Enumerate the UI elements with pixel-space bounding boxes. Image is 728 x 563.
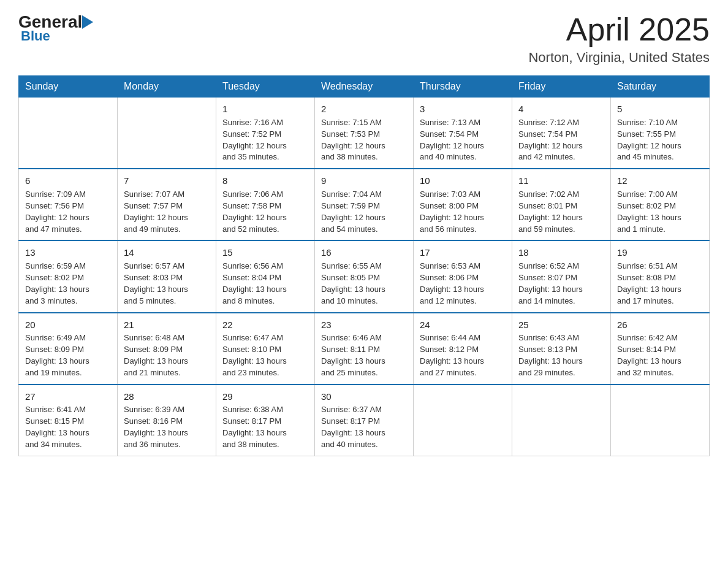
day-info: Sunrise: 7:04 AM Sunset: 7:59 PM Dayligh…: [321, 189, 407, 235]
calendar-cell: 29Sunrise: 6:38 AM Sunset: 8:17 PM Dayli…: [216, 385, 315, 456]
calendar-cell: 14Sunrise: 6:57 AM Sunset: 8:03 PM Dayli…: [118, 240, 216, 312]
calendar-cell: 8Sunrise: 7:06 AM Sunset: 7:58 PM Daylig…: [216, 169, 315, 240]
day-info: Sunrise: 7:12 AM Sunset: 7:54 PM Dayligh…: [518, 117, 604, 163]
calendar-cell: [414, 385, 512, 456]
calendar-table: SundayMondayTuesdayWednesdayThursdayFrid…: [18, 75, 710, 456]
title-area: April 2025 Norton, Virginia, United Stat…: [528, 12, 710, 66]
day-info: Sunrise: 6:47 AM Sunset: 8:10 PM Dayligh…: [222, 332, 308, 378]
header: General Blue April 2025 Norton, Virginia…: [18, 12, 710, 66]
day-info: Sunrise: 7:09 AM Sunset: 7:56 PM Dayligh…: [25, 189, 111, 235]
day-number: 11: [518, 174, 604, 188]
calendar-cell: [19, 98, 118, 169]
calendar-cell: 23Sunrise: 6:46 AM Sunset: 8:11 PM Dayli…: [315, 313, 414, 385]
day-info: Sunrise: 7:07 AM Sunset: 7:57 PM Dayligh…: [124, 189, 210, 235]
day-number: 21: [124, 318, 210, 332]
day-info: Sunrise: 6:48 AM Sunset: 8:09 PM Dayligh…: [124, 332, 210, 378]
calendar-cell: 22Sunrise: 6:47 AM Sunset: 8:10 PM Dayli…: [216, 313, 315, 385]
calendar-cell: 17Sunrise: 6:53 AM Sunset: 8:06 PM Dayli…: [414, 240, 512, 312]
location-title: Norton, Virginia, United States: [528, 50, 710, 66]
calendar-cell: 2Sunrise: 7:15 AM Sunset: 7:53 PM Daylig…: [315, 98, 414, 169]
col-header-wednesday: Wednesday: [315, 76, 414, 98]
day-number: 23: [321, 318, 407, 332]
day-info: Sunrise: 7:13 AM Sunset: 7:54 PM Dayligh…: [420, 117, 506, 163]
calendar-cell: 20Sunrise: 6:49 AM Sunset: 8:09 PM Dayli…: [19, 313, 118, 385]
day-info: Sunrise: 6:43 AM Sunset: 8:13 PM Dayligh…: [518, 332, 604, 378]
day-number: 6: [25, 174, 111, 188]
calendar-cell: 25Sunrise: 6:43 AM Sunset: 8:13 PM Dayli…: [512, 313, 611, 385]
col-header-saturday: Saturday: [611, 76, 710, 98]
day-info: Sunrise: 7:15 AM Sunset: 7:53 PM Dayligh…: [321, 117, 407, 163]
calendar-week-row: 20Sunrise: 6:49 AM Sunset: 8:09 PM Dayli…: [19, 313, 710, 385]
day-number: 15: [222, 246, 308, 259]
calendar-cell: 5Sunrise: 7:10 AM Sunset: 7:55 PM Daylig…: [611, 98, 710, 169]
logo: General Blue: [18, 12, 93, 44]
calendar-cell: 7Sunrise: 7:07 AM Sunset: 7:57 PM Daylig…: [118, 169, 216, 240]
day-number: 29: [222, 390, 308, 404]
day-info: Sunrise: 7:02 AM Sunset: 8:01 PM Dayligh…: [518, 189, 604, 235]
calendar-cell: 10Sunrise: 7:03 AM Sunset: 8:00 PM Dayli…: [414, 169, 512, 240]
calendar-cell: 27Sunrise: 6:41 AM Sunset: 8:15 PM Dayli…: [19, 385, 118, 456]
col-header-tuesday: Tuesday: [216, 76, 315, 98]
day-number: 17: [420, 246, 506, 259]
day-info: Sunrise: 6:41 AM Sunset: 8:15 PM Dayligh…: [25, 404, 111, 450]
calendar-cell: 1Sunrise: 7:16 AM Sunset: 7:52 PM Daylig…: [216, 98, 315, 169]
day-number: 2: [321, 102, 407, 116]
day-number: 18: [518, 246, 604, 259]
calendar-cell: 16Sunrise: 6:55 AM Sunset: 8:05 PM Dayli…: [315, 240, 414, 312]
col-header-monday: Monday: [118, 76, 216, 98]
day-info: Sunrise: 6:57 AM Sunset: 8:03 PM Dayligh…: [124, 261, 210, 307]
calendar-cell: [512, 385, 611, 456]
svg-marker-0: [82, 15, 93, 29]
day-number: 24: [420, 318, 506, 332]
calendar-cell: 13Sunrise: 6:59 AM Sunset: 8:02 PM Dayli…: [19, 240, 118, 312]
calendar-cell: 12Sunrise: 7:00 AM Sunset: 8:02 PM Dayli…: [611, 169, 710, 240]
calendar-cell: [611, 385, 710, 456]
calendar-header-row: SundayMondayTuesdayWednesdayThursdayFrid…: [19, 76, 710, 98]
calendar-cell: 4Sunrise: 7:12 AM Sunset: 7:54 PM Daylig…: [512, 98, 611, 169]
day-number: 12: [617, 174, 703, 188]
calendar-cell: [118, 98, 216, 169]
day-number: 8: [222, 174, 308, 188]
day-info: Sunrise: 6:42 AM Sunset: 8:14 PM Dayligh…: [617, 332, 703, 378]
day-number: 1: [222, 102, 308, 116]
day-number: 25: [518, 318, 604, 332]
calendar-cell: 30Sunrise: 6:37 AM Sunset: 8:17 PM Dayli…: [315, 385, 414, 456]
day-info: Sunrise: 6:46 AM Sunset: 8:11 PM Dayligh…: [321, 332, 407, 378]
calendar-cell: 3Sunrise: 7:13 AM Sunset: 7:54 PM Daylig…: [414, 98, 512, 169]
day-info: Sunrise: 6:53 AM Sunset: 8:06 PM Dayligh…: [420, 261, 506, 307]
calendar-cell: 11Sunrise: 7:02 AM Sunset: 8:01 PM Dayli…: [512, 169, 611, 240]
day-info: Sunrise: 7:03 AM Sunset: 8:00 PM Dayligh…: [420, 189, 506, 235]
day-number: 28: [124, 390, 210, 404]
day-info: Sunrise: 6:44 AM Sunset: 8:12 PM Dayligh…: [420, 332, 506, 378]
day-info: Sunrise: 6:39 AM Sunset: 8:16 PM Dayligh…: [124, 404, 210, 450]
day-info: Sunrise: 7:10 AM Sunset: 7:55 PM Dayligh…: [617, 117, 703, 163]
calendar-cell: 18Sunrise: 6:52 AM Sunset: 8:07 PM Dayli…: [512, 240, 611, 312]
day-number: 14: [124, 246, 210, 259]
day-number: 30: [321, 390, 407, 404]
month-title: April 2025: [528, 12, 710, 47]
day-number: 9: [321, 174, 407, 188]
day-number: 13: [25, 246, 111, 259]
calendar-cell: 9Sunrise: 7:04 AM Sunset: 7:59 PM Daylig…: [315, 169, 414, 240]
day-number: 19: [617, 246, 703, 259]
calendar-week-row: 6Sunrise: 7:09 AM Sunset: 7:56 PM Daylig…: [19, 169, 710, 240]
calendar-cell: 19Sunrise: 6:51 AM Sunset: 8:08 PM Dayli…: [611, 240, 710, 312]
day-info: Sunrise: 6:37 AM Sunset: 8:17 PM Dayligh…: [321, 404, 407, 450]
day-info: Sunrise: 6:55 AM Sunset: 8:05 PM Dayligh…: [321, 261, 407, 307]
day-number: 10: [420, 174, 506, 188]
day-info: Sunrise: 6:56 AM Sunset: 8:04 PM Dayligh…: [222, 261, 308, 307]
calendar-cell: 15Sunrise: 6:56 AM Sunset: 8:04 PM Dayli…: [216, 240, 315, 312]
day-info: Sunrise: 6:52 AM Sunset: 8:07 PM Dayligh…: [518, 261, 604, 307]
day-number: 7: [124, 174, 210, 188]
col-header-thursday: Thursday: [414, 76, 512, 98]
day-number: 27: [25, 390, 111, 404]
calendar-cell: 24Sunrise: 6:44 AM Sunset: 8:12 PM Dayli…: [414, 313, 512, 385]
day-number: 3: [420, 102, 506, 116]
day-info: Sunrise: 7:06 AM Sunset: 7:58 PM Dayligh…: [222, 189, 308, 235]
day-info: Sunrise: 7:16 AM Sunset: 7:52 PM Dayligh…: [222, 117, 308, 163]
calendar-cell: 28Sunrise: 6:39 AM Sunset: 8:16 PM Dayli…: [118, 385, 216, 456]
calendar-cell: 26Sunrise: 6:42 AM Sunset: 8:14 PM Dayli…: [611, 313, 710, 385]
logo-triangle-icon: [82, 15, 93, 29]
day-info: Sunrise: 6:51 AM Sunset: 8:08 PM Dayligh…: [617, 261, 703, 307]
day-info: Sunrise: 6:59 AM Sunset: 8:02 PM Dayligh…: [25, 261, 111, 307]
